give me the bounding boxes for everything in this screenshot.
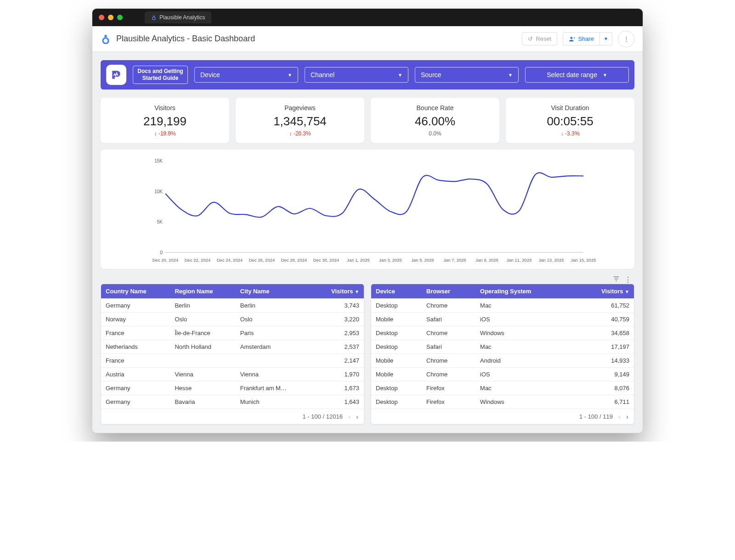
table-cell: Munich [236,395,312,409]
table-row[interactable]: DesktopSafariMac17,197 [371,340,634,354]
device-filter[interactable]: Device ▼ [194,67,298,83]
x-tick-label: Jan 15, 2025 [571,258,596,263]
table-row[interactable]: DesktopChromeWindows34,658 [371,326,634,340]
geo-table-card: Country NameRegion NameCity NameVisitors… [101,284,364,425]
table-cell: Frankfurt am M… [236,381,312,395]
more-options-button[interactable]: ⋮ [618,31,634,47]
x-tick-label: Dec 30, 2024 [313,258,339,263]
reset-label: Reset [536,35,551,42]
table-cell [170,354,235,368]
table-cell: Desktop [371,381,422,395]
table-cell: Desktop [371,299,422,313]
table-header[interactable]: Browser [422,284,475,299]
table-row[interactable]: DesktopFirefoxWindows6,711 [371,395,634,409]
table-row[interactable]: AustriaViennaVienna1,970 [101,368,364,381]
table-row[interactable]: MobileChromeAndroid14,933 [371,354,634,368]
chevron-down-icon: ▼ [508,73,513,78]
table-cell: Safari [422,313,475,326]
window-zoom-icon[interactable] [117,15,123,20]
table-row[interactable]: FranceÎle-de-FranceParis2,953 [101,326,364,340]
plausible-logo-icon [106,65,126,85]
table-header[interactable]: Visitors ▼ [573,284,634,299]
geo-pager: 1 - 100 / 12016 ‹ › [101,409,364,424]
visitors-chart[interactable]: 05K10K15KDec 20, 2024Dec 22, 2024Dec 24,… [101,150,634,269]
chevron-down-icon: ▼ [603,73,607,78]
docs-button[interactable]: Docs and Getting Started Guide [133,66,188,84]
table-row[interactable]: GermanyBavariaMunich1,643 [101,395,364,409]
device-pager-text: 1 - 100 / 119 [579,413,613,420]
table-row[interactable]: DesktopFirefoxMac8,076 [371,381,634,395]
prev-page-button[interactable]: ‹ [618,413,621,420]
chevron-down-icon: ▼ [604,36,608,41]
next-page-button[interactable]: › [356,413,358,420]
svg-point-1 [153,17,155,20]
channel-filter[interactable]: Channel ▼ [305,67,408,83]
stat-label: Visit Duration [510,104,630,112]
window-minimize-icon[interactable] [108,15,113,20]
reset-button[interactable]: ↺ Reset [522,32,557,45]
stat-value: 219,199 [105,114,225,129]
stat-delta: ↓ -3.3% [510,130,630,137]
window-close-icon[interactable] [99,15,104,20]
table-cell: Windows [475,395,573,409]
table-cell: Oslo [236,313,312,326]
appbar: Plausible Analytics - Basic Dashboard ↺ … [92,26,643,52]
table-row[interactable]: MobileChromeiOS9,149 [371,368,634,381]
table-cell: Firefox [422,395,475,409]
table-header[interactable]: Device [371,284,422,299]
stat-delta: ↓ -20.3% [240,130,360,137]
table-cell: Android [475,354,573,368]
table-cell: Desktop [371,326,422,340]
table-header[interactable]: City Name [236,284,312,299]
table-cell: Netherlands [101,340,170,354]
source-filter[interactable]: Source ▼ [415,67,519,83]
date-range-filter[interactable]: Select date range ▼ [525,67,629,83]
table-row[interactable]: France2,147 [101,354,364,368]
device-table[interactable]: DeviceBrowserOperating SystemVisitors ▼ … [371,284,634,409]
table-cell: 2,953 [312,326,364,340]
stat-value: 1,345,754 [240,114,360,129]
table-cell: Germany [101,395,170,409]
stats-row: Visitors 219,199 ↓ -19.9% Pageviews 1,34… [101,98,634,143]
undo-icon: ↺ [528,35,533,42]
more-vert-icon[interactable]: ⋮ [624,275,632,283]
table-cell: Desktop [371,395,422,409]
y-tick-label: 0 [160,250,163,255]
table-header[interactable]: Visitors ▼ [312,284,364,299]
table-header[interactable]: Operating System [475,284,573,299]
svg-point-4 [571,37,573,39]
table-row[interactable]: GermanyBerlinBerlin3,743 [101,299,364,313]
table-cell: 8,076 [573,381,634,395]
device-table-card: DeviceBrowserOperating SystemVisitors ▼ … [371,284,634,425]
stat-card[interactable]: Bounce Rate 46.00% 0.0% [371,98,499,143]
table-row[interactable]: NetherlandsNorth HollandAmsterdam2,537 [101,340,364,354]
table-row[interactable]: GermanyHesseFrankfurt am M…1,673 [101,381,364,395]
device-table-wrap: ⋮ DeviceBrowserOperating SystemVisitors … [371,275,634,425]
prev-page-button[interactable]: ‹ [348,413,351,420]
stat-card[interactable]: Pageviews 1,345,754 ↓ -20.3% [236,98,364,143]
table-row[interactable]: DesktopChromeMac61,752 [371,299,634,313]
table-header[interactable]: Region Name [170,284,235,299]
x-tick-label: Dec 26, 2024 [249,258,275,263]
next-page-button[interactable]: › [626,413,628,420]
stat-card[interactable]: Visitors 219,199 ↓ -19.9% [101,98,229,143]
share-button[interactable]: Share [563,32,600,45]
chevron-down-icon: ▼ [398,73,402,78]
geo-table[interactable]: Country NameRegion NameCity NameVisitors… [101,284,364,409]
table-row[interactable]: MobileSafariiOS40,759 [371,313,634,326]
table-cell: Vienna [236,368,312,381]
table-row[interactable]: NorwayOsloOslo3,220 [101,313,364,326]
table-header[interactable]: Country Name [101,284,170,299]
share-dropdown-button[interactable]: ▼ [600,32,612,45]
table-cell [236,354,312,368]
x-tick-label: Jan 11, 2025 [507,258,532,263]
table-cell: Bavaria [170,395,235,409]
filter-icon[interactable] [613,275,620,283]
table-cell: Desktop [371,340,422,354]
table-cell: 1,643 [312,395,364,409]
stat-card[interactable]: Visit Duration 00:05:55 ↓ -3.3% [506,98,634,143]
table-cell: Amsterdam [236,340,312,354]
share-label: Share [578,35,594,42]
table-cell: 6,711 [573,395,634,409]
browser-tab[interactable]: Plausible Analytics [145,11,211,23]
